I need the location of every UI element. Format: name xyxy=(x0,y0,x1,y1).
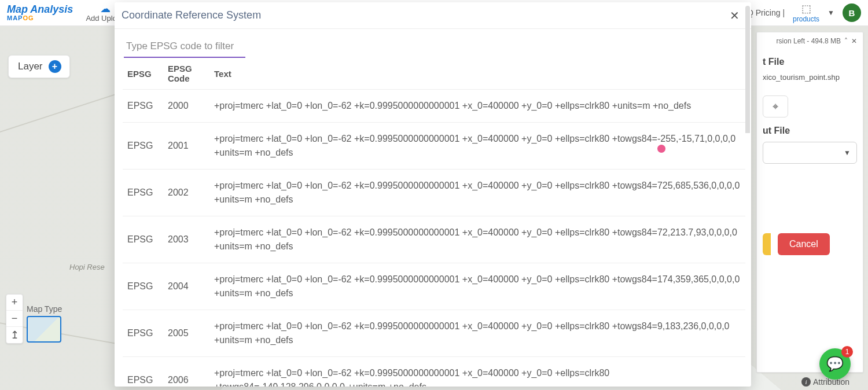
chevron-down-icon[interactable]: ▼ xyxy=(827,9,834,17)
table-row[interactable]: EPSG2006+proj=tmerc +lat_0=0 +lon_0=-62 … xyxy=(123,357,745,387)
cell-auth: EPSG xyxy=(123,123,163,170)
cell-text: +proj=tmerc +lat_0=0 +lon_0=-62 +k=0.999… xyxy=(209,216,745,263)
cell-text: +proj=tmerc +lat_0=0 +lon_0=-62 +k=0.999… xyxy=(209,90,745,123)
reset-north-button[interactable]: ↥ xyxy=(6,326,23,343)
tool-panel: rsion Left - 494.8 MB ˄ ✕ t File xico_to… xyxy=(756,32,863,373)
scan-icon: ⌖ xyxy=(773,101,778,113)
action-button-row: Cancel xyxy=(763,233,857,255)
attribution[interactable]: i Attribution xyxy=(801,377,849,387)
header-right: Q Pricing | ⬚ products ▼ B xyxy=(747,2,861,23)
table-row[interactable]: EPSG2003+proj=tmerc +lat_0=0 +lon_0=-62 … xyxy=(123,216,745,263)
cell-auth: EPSG xyxy=(123,263,163,310)
map-place-label: Hopi Rese xyxy=(69,263,105,271)
output-file-header: ut File xyxy=(763,126,857,136)
table-row[interactable]: EPSG2005+proj=tmerc +lat_0=0 +lon_0=-62 … xyxy=(123,310,745,357)
cell-code: 2000 xyxy=(163,90,209,123)
cube-icon: ⬚ xyxy=(801,2,811,15)
cell-code: 2001 xyxy=(163,123,209,170)
cloud-upload-icon: ☁ xyxy=(100,3,111,14)
col-header-text: Text xyxy=(209,60,745,90)
close-icon[interactable]: ✕ xyxy=(851,37,857,45)
cell-text: +proj=tmerc +lat_0=0 +lon_0=-62 +k=0.999… xyxy=(209,123,745,170)
scrollbar[interactable] xyxy=(745,6,750,376)
quota-text: rsion Left - 494.8 MB xyxy=(777,37,841,45)
layer-label: Layer xyxy=(18,61,43,72)
input-file-name: xico_tourism_point.shp xyxy=(763,73,857,82)
table-row[interactable]: EPSG2000+proj=tmerc +lat_0=0 +lon_0=-62 … xyxy=(123,90,745,123)
avatar[interactable]: B xyxy=(843,3,861,22)
cell-text: +proj=tmerc +lat_0=0 +lon_0=-62 +k=0.999… xyxy=(209,170,745,216)
zoom-in-button[interactable]: + xyxy=(6,295,23,310)
chat-button[interactable]: 💬 1 xyxy=(819,348,851,380)
chevron-up-icon[interactable]: ˄ xyxy=(844,37,848,45)
add-layer-button[interactable]: + xyxy=(49,60,61,73)
crs-table: EPSG EPSG Code Text EPSG2000+proj=tmerc … xyxy=(123,60,745,387)
cell-text: +proj=tmerc +lat_0=0 +lon_0=-62 +k=0.999… xyxy=(209,263,745,310)
map-type-thumbnail[interactable] xyxy=(27,316,61,343)
cell-auth: EPSG xyxy=(123,310,163,357)
quota-bar: rsion Left - 494.8 MB ˄ ✕ xyxy=(763,37,857,45)
cancel-button[interactable]: Cancel xyxy=(778,233,830,255)
info-icon: i xyxy=(801,377,811,387)
epsg-filter-input[interactable] xyxy=(124,36,245,58)
cell-code: 2002 xyxy=(163,170,209,216)
col-header-code: EPSG Code xyxy=(163,60,209,90)
cell-code: 2005 xyxy=(163,310,209,357)
cell-text: +proj=tmerc +lat_0=0 +lon_0=-62 +k=0.999… xyxy=(209,310,745,357)
cell-auth: EPSG xyxy=(123,216,163,263)
modal-body: EPSG EPSG Code Text EPSG2000+proj=tmerc … xyxy=(115,29,751,387)
brand-subtitle: MAPOG xyxy=(7,14,73,21)
cell-auth: EPSG xyxy=(123,90,163,123)
cell-code: 2006 xyxy=(163,357,209,387)
col-header-auth: EPSG xyxy=(123,60,163,90)
avatar-initial: B xyxy=(849,8,855,18)
zoom-out-button[interactable]: − xyxy=(6,310,23,326)
table-row[interactable]: EPSG2002+proj=tmerc +lat_0=0 +lon_0=-62 … xyxy=(123,170,745,216)
map-type-label: Map Type xyxy=(27,304,62,314)
cell-text: +proj=tmerc +lat_0=0 +lon_0=-62 +k=0.999… xyxy=(209,357,745,387)
output-format-select[interactable]: ▼ xyxy=(763,142,857,164)
run-button[interactable] xyxy=(763,233,771,255)
zoom-control: + − ↥ xyxy=(6,294,23,344)
modal-close-button[interactable]: ✕ xyxy=(724,6,744,25)
chevron-down-icon: ▼ xyxy=(844,149,851,157)
brand-title: Map Analysis xyxy=(7,4,73,14)
crs-modal: Coordinate Reference System ✕ EPSG EPSG … xyxy=(115,2,751,387)
cell-auth: EPSG xyxy=(123,170,163,216)
detect-crs-button[interactable]: ⌖ xyxy=(763,95,788,117)
table-row[interactable]: EPSG2004+proj=tmerc +lat_0=0 +lon_0=-62 … xyxy=(123,263,745,310)
map-type-picker[interactable]: Map Type xyxy=(27,304,62,343)
cell-code: 2003 xyxy=(163,216,209,263)
products-label: products xyxy=(793,15,819,23)
pricing-link[interactable]: Q Pricing | xyxy=(747,8,785,17)
cell-code: 2004 xyxy=(163,263,209,310)
chat-icon: 💬 xyxy=(826,356,844,372)
cell-auth: EPSG xyxy=(123,357,163,387)
chat-unread-badge: 1 xyxy=(841,346,853,358)
layer-panel[interactable]: Layer + xyxy=(8,55,70,78)
input-file-header: t File xyxy=(763,57,857,67)
table-row[interactable]: EPSG2001+proj=tmerc +lat_0=0 +lon_0=-62 … xyxy=(123,123,745,170)
products-menu[interactable]: ⬚ products xyxy=(793,2,819,23)
modal-title: Coordinate Reference System xyxy=(122,9,261,21)
brand[interactable]: Map Analysis MAPOG xyxy=(7,4,73,21)
cursor-indicator xyxy=(657,145,665,153)
modal-header: Coordinate Reference System ✕ xyxy=(115,2,751,29)
